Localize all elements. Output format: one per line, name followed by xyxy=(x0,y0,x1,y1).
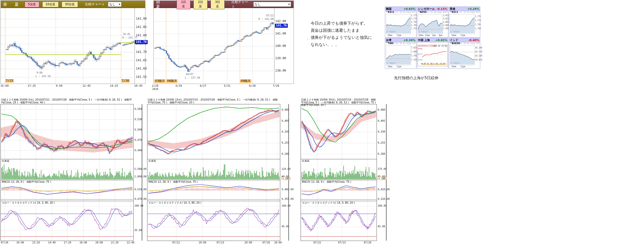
tech-price-tick: 9,405 xyxy=(281,119,289,122)
market-panel-header: 香港+0.24% xyxy=(449,7,480,11)
market-change: -0.13% xyxy=(436,7,447,11)
minute-high-annotation-value: H : 141.77 xyxy=(122,36,137,39)
tech-price-tick: 9,530 xyxy=(134,118,142,121)
daily-date-tick: 6/28 xyxy=(249,84,256,88)
tab-2day[interactable]: 2日足 xyxy=(193,0,208,9)
minute-high-annotation-time: 16:45 xyxy=(123,33,130,36)
tech-time-tick: 14:40 xyxy=(48,241,56,244)
tab-1day[interactable]: 1日足 xyxy=(177,0,191,9)
stochastics-tick: 45.00 xyxy=(281,225,289,228)
tech-price-tick: 9,560 xyxy=(134,108,142,111)
macd-tick: 9,420.00 xyxy=(378,188,390,191)
minute-price-tick: 141.60 xyxy=(136,67,147,71)
daily-low-annotation-time: 04/07 xyxy=(186,73,193,76)
compare-chart-value-minute: なし xyxy=(109,2,115,7)
daily-chart-title: 日 足 xyxy=(156,0,173,9)
daily-date-tick: 7/26 xyxy=(273,84,279,88)
compare-chart-select-daily[interactable]: なし ▼ xyxy=(253,2,291,7)
tech-time-tick: 07/26 xyxy=(262,241,270,244)
tech-time-tick: 07/23 xyxy=(338,241,346,244)
tab-30min[interactable]: 30分足 xyxy=(62,2,78,7)
market-panel-2: 香港+0.24% xyxy=(449,7,480,38)
minute-time-tick: 14:25 xyxy=(110,84,118,88)
tab-10min[interactable]: 10分足 xyxy=(42,2,59,7)
macd-pane-label: MACD( 12, 26, 9 ) 移動平均(Close, 75 ) xyxy=(302,180,351,183)
minute-time-tick: 15:00 xyxy=(0,84,9,88)
stochastics-tick: 100.00 xyxy=(134,204,143,207)
market-panel-header: シンガポール-0.13% xyxy=(417,7,448,11)
tech-time-tick: 20:00 xyxy=(95,241,103,244)
tech-time-tick: 20:00 xyxy=(274,241,282,244)
market-change: -0.40% xyxy=(468,39,479,42)
volume-pane-label: 出来高 xyxy=(302,160,309,163)
tech-time-tick: 07/26 xyxy=(364,241,371,244)
minute-price-tick: 141.55 xyxy=(136,75,147,79)
tech-time-tick: 13:20 xyxy=(32,241,40,244)
tab-5min[interactable]: 5分足 xyxy=(25,2,39,7)
daily-date-tick: 2/26 xyxy=(152,84,159,88)
market-name: インド xyxy=(450,38,458,42)
contract-month-label: 06限月 xyxy=(166,79,178,83)
minute-time-tick: 16:45 xyxy=(134,84,142,88)
daily-date-tick: 5/31 xyxy=(224,84,231,88)
daily-chart-header: 日 足 1日足 2日足 3日足 比較チャート なし ▼ xyxy=(154,1,294,8)
trading-dashboard: 分 足 5分足 10分足 30分足 比較チャート なし ▼ 日 足 1日足 2日… xyxy=(0,0,644,252)
tech-chart-title: 日経２２５先物 10/09( 15分), 2010/07/15 - 2010/0… xyxy=(148,99,279,104)
commentary-line: 資金は国債に逃避したまま xyxy=(311,27,372,34)
market-panel-0: 韓国+0.63% xyxy=(385,7,416,38)
minute-time-tick: 17:25 xyxy=(27,84,36,88)
stochastics-tick: 100.00 xyxy=(378,204,387,207)
markets-caption: 先行指標の上海が5日続伸 xyxy=(394,76,438,80)
volume-tick: 175.00 xyxy=(378,168,387,171)
volume-pane-label: 出来高 xyxy=(148,160,156,163)
compare-chart-label-daily: 比較チャート xyxy=(232,0,250,9)
tech-price-tick: 9,405 xyxy=(378,119,385,122)
daily-high-annotation-time: 07/22 xyxy=(257,14,274,17)
minute-price-tick: 141.90 xyxy=(136,17,147,21)
tech-chart-title: 日経２２５先物 10/09( 5分), 2010/07/21 - 2010/07… xyxy=(1,99,133,104)
market-name: 中国 上海 xyxy=(418,38,430,42)
tech-price-tick: 9,480 xyxy=(378,108,385,111)
volume-tick: 5,500.00 xyxy=(134,168,146,171)
commentary-line: なれない、、、 xyxy=(311,41,372,48)
market-panel-header: 韓国+0.63% xyxy=(385,7,416,11)
minute-low-annotation-value: L : 141.58 xyxy=(35,75,51,78)
volume-tick: 2,000.00 xyxy=(134,175,146,178)
commentary-line: 債券が下がるようでないと強気に xyxy=(311,34,372,41)
stochastics-tick: 100.00 xyxy=(281,204,291,207)
market-commentary: 今日の上昇でも債券下がらず。 資金は国債に逃避したまま 債券が下がるようでないと… xyxy=(311,20,372,48)
market-panel-header: インド-0.40% xyxy=(449,38,480,42)
minute-chart-title: 分 足 xyxy=(3,2,21,7)
macd-tick: 9,510.00 xyxy=(134,188,146,191)
market-name: シンガポール xyxy=(418,7,435,11)
minute-date-label-right: 7/26 xyxy=(121,79,130,83)
tech-time-tick: 20:00 xyxy=(245,241,252,244)
daily-date-tick: 3/29 xyxy=(175,84,182,88)
tech-price-tick: 9,440 xyxy=(134,149,142,152)
minute-price-tick: 141.70 xyxy=(136,50,147,54)
minute-current-price-tag: 141.76 xyxy=(135,40,148,44)
macd-tick: 9,355.00 xyxy=(281,198,294,201)
macd-tick: 9,480.00 xyxy=(281,188,294,191)
stochastics-tick: 35.00 xyxy=(134,229,142,232)
daily-high-annotation-value: H : 142.08 xyxy=(257,18,274,21)
stochastics-pane-label: スロー・ストキャスティクス( 14, 3, 80, 20 ) xyxy=(2,201,55,204)
tech-price-tick: 9,500 xyxy=(134,128,142,131)
tech-time-tick: 10:40 xyxy=(16,241,24,244)
commentary-line: 今日の上昇でも債券下がらず。 xyxy=(311,20,372,27)
macd-pane-label: MACD( 12, 26, 9 ) 移動平均(Close, 75 ) xyxy=(148,180,198,183)
tech-time-tick: 07/26 xyxy=(1,241,8,244)
compare-chart-select-minute[interactable]: なし ▼ xyxy=(108,2,122,7)
macd-pane-label: MACD( 12, 26, 9 ) 移動平均(Close, 75 ) xyxy=(2,180,51,183)
minute-price-tick: 141.80 xyxy=(136,34,147,37)
tech-price-tick: 9,480 xyxy=(281,108,289,111)
macd-tick: 9,320.00 xyxy=(378,198,390,201)
market-name: 香港 xyxy=(450,7,455,11)
tech-price-tick: 9,470 xyxy=(134,139,142,142)
volume-scale-badge: × 100 xyxy=(281,177,290,180)
market-change: +0.34% xyxy=(404,39,415,42)
tech-price-tick: 9,330 xyxy=(378,130,385,133)
tab-3day[interactable]: 3日足 xyxy=(211,0,225,9)
market-panel-header: 中国 上海+0.65% xyxy=(417,38,448,42)
compare-chart-value-daily: なし xyxy=(255,2,261,7)
